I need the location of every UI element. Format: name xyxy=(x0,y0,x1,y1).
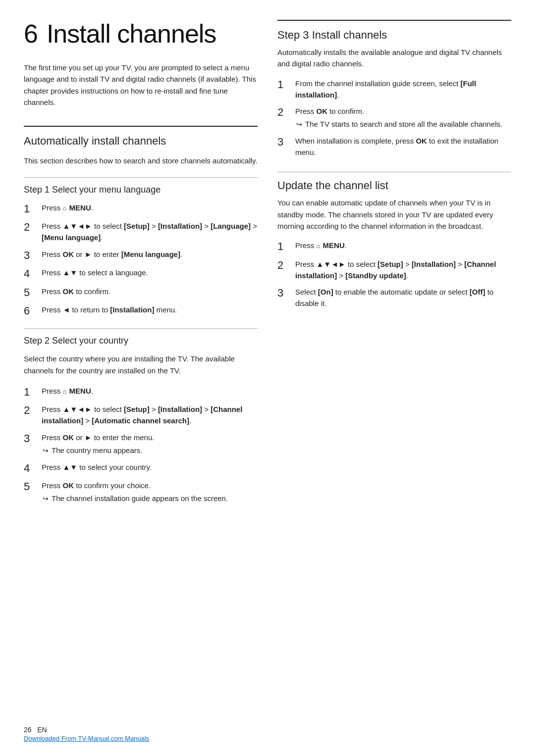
step2-content-2: Press ▲▼◄► to select [Setup] > [Installa… xyxy=(42,403,258,427)
update-num-2: 2 xyxy=(277,258,295,272)
step2-desc: Select the country where you are install… xyxy=(24,353,258,376)
step1-item-6: 6 Press ◄ to return to [Installation] me… xyxy=(24,304,258,317)
step2-sub-5: ↪ The channel installation guide appears… xyxy=(43,493,258,504)
auto-section-desc: This section describes how to search and… xyxy=(24,155,258,166)
left-column: 6Install channels The first time you set… xyxy=(24,20,258,726)
home-icon-3: ⌂ xyxy=(317,241,321,251)
step2-num-1: 1 xyxy=(24,385,42,399)
step1-item-4: 4 Press ▲▼ to select a language. xyxy=(24,267,258,280)
step1-list: 1 Press ⌂ MENU. 2 Press ▲▼◄► to select [… xyxy=(24,202,258,317)
step1-num-2: 2 xyxy=(24,220,42,234)
step3-num-1: 1 xyxy=(277,78,295,91)
update-item-1: 1 Press ⌂ MENU. xyxy=(277,240,511,253)
step3-title: Step 3 Install channels xyxy=(277,29,511,42)
step1-item-3: 3 Press OK or ► to enter [Menu language]… xyxy=(24,249,258,262)
step3-num-3: 3 xyxy=(277,135,295,149)
home-icon-2: ⌂ xyxy=(63,387,67,397)
step3-desc: Automatically installs the available ana… xyxy=(277,47,511,70)
step3-list: 1 From the channel installation guide sc… xyxy=(277,78,511,158)
step2-list: 1 Press ⌂ MENU. 2 Press ▲▼◄► to select [… xyxy=(24,385,258,504)
update-item-2: 2 Press ▲▼◄► to select [Setup] > [Instal… xyxy=(277,258,511,282)
update-num-1: 1 xyxy=(277,240,295,253)
step1-content-4: Press ▲▼ to select a language. xyxy=(42,267,258,278)
step3-item-2: 2 Press OK to confirm. ↪ The TV starts t… xyxy=(277,105,511,130)
step3-sub-2: ↪ The TV starts to search and store all … xyxy=(296,119,511,130)
step1-item-5: 5 Press OK to confirm. xyxy=(24,286,258,299)
arrow-icon-3: ↪ xyxy=(296,119,302,130)
step3-content-1: From the channel installation guide scre… xyxy=(295,78,511,101)
step1-num-5: 5 xyxy=(24,286,42,299)
step1-content-2: Press ▲▼◄► to select [Setup] > [Installa… xyxy=(42,220,258,244)
intro-text: The first time you set up your TV, you a… xyxy=(24,62,258,108)
chapter-title: 6Install channels xyxy=(24,20,258,48)
update-item-3: 3 Select [On] to enable the automatic up… xyxy=(277,286,511,309)
step3-item-3: 3 When installation is complete, press O… xyxy=(277,135,511,158)
update-content-3: Select [On] to enable the automatic upda… xyxy=(295,286,511,309)
step2-sub-text-5: The channel installation guide appears o… xyxy=(52,493,228,504)
right-column: Step 3 Install channels Automatically in… xyxy=(277,20,511,726)
update-desc: You can enable automatic update of chann… xyxy=(277,197,511,232)
step2-item-2: 2 Press ▲▼◄► to select [Setup] > [Instal… xyxy=(24,403,258,427)
update-list: 1 Press ⌂ MENU. 2 Press ▲▼◄► to select [… xyxy=(277,240,511,309)
footer-page: 26 EN xyxy=(24,726,149,734)
step2-content-1: Press ⌂ MENU. xyxy=(42,385,258,397)
step1-title: Step 1 Select your menu language xyxy=(24,185,258,195)
step3-sub-text-2: The TV starts to search and store all th… xyxy=(305,119,502,130)
step2-content-3: Press OK or ► to enter the menu. ↪ The c… xyxy=(42,432,258,456)
step1-content-1: Press ⌂ MENU. xyxy=(42,202,258,213)
step2-content-5: Press OK to confirm your choice. ↪ The c… xyxy=(42,480,258,504)
step2-content-4: Press ▲▼ to select your country. xyxy=(42,461,258,473)
step3-item-1: 1 From the channel installation guide sc… xyxy=(277,78,511,101)
step2-item-5: 5 Press OK to confirm your choice. ↪ The… xyxy=(24,480,258,504)
home-icon-1: ⌂ xyxy=(63,203,67,213)
step3-num-2: 2 xyxy=(277,105,295,119)
step2-title: Step 2 Select your country xyxy=(24,336,258,346)
step2-item-1: 1 Press ⌂ MENU. xyxy=(24,385,258,399)
step2-item-3: 3 Press OK or ► to enter the menu. ↪ The… xyxy=(24,432,258,456)
update-content-1: Press ⌂ MENU. xyxy=(295,240,511,251)
step2-divider xyxy=(24,328,258,329)
step2-sub-3: ↪ The country menu appears. xyxy=(43,445,258,456)
step2-num-5: 5 xyxy=(24,480,42,493)
step1-num-4: 4 xyxy=(24,267,42,280)
step2-sub-text-3: The country menu appears. xyxy=(52,445,142,456)
auto-section-title: Automatically install channels xyxy=(24,135,258,148)
step1-content-3: Press OK or ► to enter [Menu language]. xyxy=(42,249,258,260)
step1-content-6: Press ◄ to return to [Installation] menu… xyxy=(42,304,258,315)
step1-item-2: 2 Press ▲▼◄► to select [Setup] > [Instal… xyxy=(24,220,258,244)
step1-item-1: 1 Press ⌂ MENU. xyxy=(24,202,258,215)
step2-num-3: 3 xyxy=(24,432,42,445)
step1-content-5: Press OK to confirm. xyxy=(42,286,258,297)
arrow-icon-1: ↪ xyxy=(43,446,49,456)
chapter-number: 6 xyxy=(24,19,38,48)
update-title: Update the channel list xyxy=(277,179,511,192)
step3-content-2: Press OK to confirm. ↪ The TV starts to … xyxy=(295,105,511,130)
chapter-title-text: Install channels xyxy=(47,19,216,48)
update-num-3: 3 xyxy=(277,286,295,300)
step2-num-2: 2 xyxy=(24,403,42,417)
step3-content-3: When installation is complete, press OK … xyxy=(295,135,511,158)
step1-num-3: 3 xyxy=(24,249,42,262)
step1-divider xyxy=(24,177,258,178)
step2-item-4: 4 Press ▲▼ to select your country. xyxy=(24,461,258,475)
section-divider xyxy=(24,126,258,127)
footer: 26 EN Downloaded From TV-Manual.com Manu… xyxy=(24,726,149,742)
footer-link[interactable]: Downloaded From TV-Manual.com Manuals xyxy=(24,735,149,742)
step1-num-1: 1 xyxy=(24,202,42,215)
update-content-2: Press ▲▼◄► to select [Setup] > [Installa… xyxy=(295,258,511,282)
arrow-icon-2: ↪ xyxy=(43,494,49,504)
update-divider xyxy=(277,172,511,172)
step2-num-4: 4 xyxy=(24,461,42,475)
step1-num-6: 6 xyxy=(24,304,42,317)
